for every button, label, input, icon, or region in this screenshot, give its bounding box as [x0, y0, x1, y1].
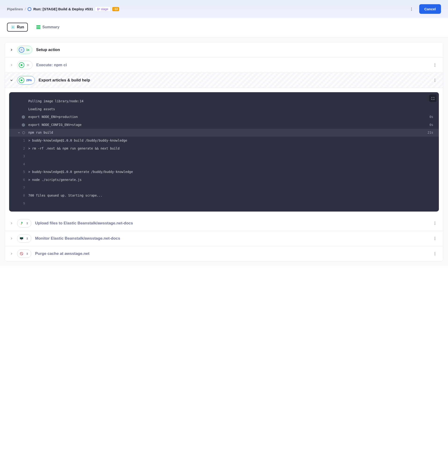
fullscreen-icon: [431, 97, 435, 100]
skip-forward-icon: [26, 63, 29, 67]
svg-point-7: [21, 50, 22, 50]
chevron-down-icon: [17, 131, 20, 134]
svg-point-24: [21, 254, 22, 254]
check-icon: ✓: [22, 123, 25, 127]
branch-tag[interactable]: stage: [95, 6, 110, 11]
svg-point-12: [435, 80, 435, 80]
term-line-6: 6> node ./scripts/generate.js: [9, 176, 439, 184]
dots-vertical-icon: [433, 221, 437, 225]
dots-vertical-icon: [409, 7, 414, 11]
svg-point-9: [435, 65, 435, 65]
tab-run[interactable]: Run: [7, 23, 28, 32]
breadcrumb-current: Run: [STAGE] Build & Deploy #531: [33, 7, 93, 11]
action-purge-more[interactable]: [431, 250, 438, 257]
branch-icon: [97, 8, 100, 11]
svg-point-28: [435, 254, 435, 254]
gear-icon: [11, 25, 15, 29]
setup-gear-icon: [19, 47, 24, 53]
header-more-button[interactable]: [408, 6, 415, 13]
term-line-1: 1> buddy-knowledge@1.0.0 build /buddy/bu…: [9, 137, 439, 145]
action-upload[interactable]: ⧗ Upload files to Elastic Beanstalk/awss…: [5, 216, 443, 231]
chevron-down-icon[interactable]: [10, 78, 13, 82]
tab-summary[interactable]: Summary: [33, 23, 63, 31]
term-line-env2: ✓ export NODE_CONFIG_ENV=stage 0s: [9, 121, 439, 129]
svg-point-6: [12, 27, 14, 28]
action-purge-title: Purge cache at awsstage.net: [35, 251, 428, 256]
term-line-7: 7: [9, 184, 439, 192]
svg-point-5: [411, 10, 412, 11]
branch-tag-label: stage: [101, 7, 108, 11]
status-pill-setup: 1s: [17, 46, 32, 54]
actions-card: 1s Setup action Execute: npm ci 29%: [5, 42, 443, 261]
action-upload-more[interactable]: [431, 220, 438, 227]
svg-point-15: [435, 223, 435, 223]
svg-point-16: [435, 224, 435, 225]
term-line-load: Loading assets: [9, 105, 439, 113]
action-execute[interactable]: Execute: npm ci: [5, 57, 443, 73]
svg-point-4: [411, 9, 412, 9]
action-purge[interactable]: ⧗ Purge cache at awsstage.net: [5, 246, 443, 261]
status-pill-export: 29%: [17, 76, 35, 85]
tabs: Run Summary: [0, 18, 448, 37]
svg-point-29: [435, 255, 435, 255]
action-export-title: Export articles & build help: [39, 78, 428, 83]
term-line-run[interactable]: npm run build 21s: [9, 129, 439, 137]
term-line-2: 2> rm -rf .next && npm run generate && n…: [9, 145, 439, 153]
svg-point-27: [435, 252, 435, 253]
chevron-right-icon[interactable]: [10, 48, 13, 52]
dots-vertical-icon: [433, 252, 437, 256]
dots-vertical-icon: [433, 63, 437, 67]
beanstalk-icon: [19, 221, 24, 226]
running-icon: [22, 131, 25, 134]
chevron-right-icon[interactable]: [10, 221, 13, 225]
dots-vertical-icon: [433, 78, 437, 82]
term-line-env1: ✓ export NODE_ENV=production 0s: [9, 113, 439, 121]
cancel-button[interactable]: Cancel: [419, 4, 441, 14]
action-monitor-more[interactable]: [431, 235, 438, 242]
svg-point-3: [411, 7, 412, 8]
chevron-right-icon[interactable]: [10, 63, 13, 67]
action-export[interactable]: 29% Export articles & build help: [5, 73, 443, 88]
fullscreen-button[interactable]: [429, 95, 437, 102]
svg-point-13: [435, 81, 435, 82]
action-export-more[interactable]: [431, 77, 438, 84]
svg-point-25: [21, 253, 21, 253]
action-monitor[interactable]: ⧗ Monitor Elastic Beanstalk/awsstage.net…: [5, 231, 443, 246]
tab-summary-label: Summary: [42, 25, 59, 29]
action-monitor-title: Monitor Elastic Beanstalk/awsstage.net-d…: [35, 236, 428, 241]
dots-vertical-icon: [433, 236, 437, 241]
action-execute-title: Execute: npm ci: [36, 63, 428, 67]
status-pill-upload: ⧗: [17, 219, 31, 227]
svg-rect-18: [20, 238, 23, 238]
header-actions: Cancel: [408, 4, 441, 14]
action-upload-title: Upload files to Elastic Beanstalk/awssta…: [35, 221, 428, 226]
running-icon: [19, 78, 24, 83]
action-execute-more[interactable]: [431, 62, 438, 68]
tab-run-label: Run: [17, 25, 24, 29]
action-setup[interactable]: 1s Setup action: [5, 42, 443, 57]
chevron-right-icon[interactable]: [10, 252, 13, 255]
breadcrumb-separator: /: [25, 7, 26, 11]
svg-point-11: [435, 79, 435, 79]
check-icon: ✓: [22, 115, 25, 119]
chevron-right-icon[interactable]: [10, 237, 13, 240]
svg-point-26: [22, 254, 22, 254]
breadcrumb-root[interactable]: Pipelines: [7, 7, 23, 11]
cloudfront-icon: [19, 251, 24, 256]
action-setup-title: Setup action: [36, 47, 438, 52]
export-progress: 29%: [26, 79, 32, 82]
term-line-9: 9: [9, 200, 439, 208]
svg-point-0: [97, 8, 98, 9]
svg-point-1: [97, 9, 98, 10]
monitor-icon: [19, 236, 24, 241]
hourglass-icon: ⧗: [26, 221, 28, 225]
svg-point-8: [435, 64, 435, 64]
setup-time: 1s: [26, 48, 29, 51]
svg-point-2: [99, 8, 99, 9]
svg-point-20: [435, 237, 435, 238]
running-icon: [19, 62, 24, 68]
commit-count-badge: -13: [112, 7, 119, 11]
svg-point-21: [435, 238, 435, 239]
status-pill-execute: [17, 61, 33, 69]
svg-rect-17: [20, 237, 23, 239]
